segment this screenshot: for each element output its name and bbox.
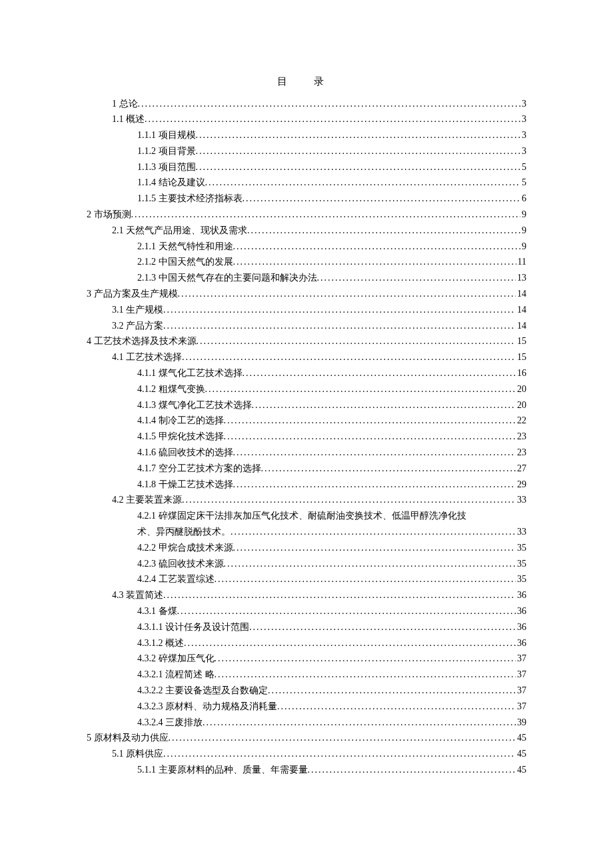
toc-entry-text: 4.3.1.1 设计任务及设计范围 (137, 619, 249, 635)
toc-entry-page: 9 (520, 207, 526, 223)
toc-entry-text: 3.2 产品方案 (112, 318, 163, 334)
toc-entry: 1.1.3 项目范围5 (87, 159, 526, 175)
toc-entry: 4.1.6 硫回收技术的选择23 (87, 445, 526, 461)
toc-entry-text: 4.3 装置简述 (112, 587, 163, 603)
toc-leader-dots (163, 587, 516, 603)
toc-entry: 4.3.2.1 流程简述 略37 (87, 667, 526, 683)
toc-entry-page: 39 (516, 715, 526, 731)
table-of-contents: 1 总论31.1 概述31.1.1 项目规模31.1.2 项目背景31.1.3 … (87, 96, 526, 778)
toc-entry: 4.1.3 煤气净化工艺技术选择20 (87, 397, 526, 413)
toc-leader-dots (215, 571, 516, 587)
toc-entry: 1.1.4 结论及建议5 (87, 175, 526, 191)
toc-entry-page: 23 (516, 429, 526, 445)
toc-entry-page: 13 (516, 270, 526, 286)
toc-entry-text: 术、异丙醚脱酚技术。 (137, 524, 231, 540)
toc-entry-page: 33 (516, 492, 526, 508)
toc-entry-text: 4.1.8 干燥工艺技术选择 (137, 477, 233, 493)
toc-entry-text: 4.1.6 硫回收技术的选择 (137, 445, 233, 461)
toc-leader-dots (131, 207, 521, 223)
toc-leader-dots (233, 477, 516, 493)
toc-entry-text: 1.1.1 项目规模 (137, 127, 196, 143)
toc-entry-page: 16 (516, 365, 526, 381)
toc-leader-dots (169, 730, 516, 746)
toc-entry-page: 5 (520, 159, 526, 175)
toc-entry-page: 20 (516, 397, 526, 413)
toc-entry-text: 1.1.5 主要技术经济指标表 (137, 191, 243, 207)
toc-entry: 2.1.2 中国天然气的发展11 (87, 254, 526, 270)
toc-entry-page: 37 (516, 667, 526, 683)
toc-entry-text: 5.1 原料供应 (112, 746, 163, 762)
toc-entry: 1.1.2 项目背景3 (87, 143, 526, 159)
toc-entry-text: 4.1.7 空分工艺技术方案的选择 (137, 461, 261, 477)
toc-entry-page: 9 (520, 223, 526, 239)
toc-entry-page: 36 (516, 635, 526, 651)
toc-entry: 4.2.2 甲烷合成技术来源35 (87, 540, 526, 556)
toc-leader-dots (317, 270, 516, 286)
toc-entry-text: 2.1.1 天然气特性和用途 (137, 239, 233, 255)
toc-entry: 1.1.1 项目规模3 (87, 127, 526, 143)
toc-leader-dots (268, 683, 516, 699)
toc-entry-text: 4.1.5 甲烷化技术选择 (137, 429, 224, 445)
toc-entry-text: 4.1.2 粗煤气变换 (137, 381, 205, 397)
toc-entry-page: 15 (516, 349, 526, 365)
toc-entry-text: 1.1.4 结论及建议 (137, 175, 205, 191)
toc-entry-text: 1.1.3 项目范围 (137, 159, 196, 175)
toc-entry-page: 9 (520, 239, 526, 255)
toc-leader-dots (178, 286, 516, 302)
toc-entry-page: 11 (516, 254, 526, 270)
toc-leader-dots (205, 175, 521, 191)
toc-leader-dots (197, 333, 516, 349)
toc-leader-dots (249, 619, 516, 635)
toc-entry-page: 35 (516, 571, 526, 587)
toc-leader-dots (182, 349, 516, 365)
toc-entry: 4.1.4 制冷工艺的选择22 (87, 413, 526, 429)
toc-entry-text: 4.3.2.1 流程简述 略 (137, 667, 215, 683)
toc-entry-text: 1.1 概述 (112, 111, 145, 127)
toc-entry: 4.1.8 干燥工艺技术选择29 (87, 477, 526, 493)
toc-leader-dots (233, 445, 516, 461)
toc-leader-dots (215, 667, 516, 683)
toc-entry-text: 4.3.1.2 概述 (137, 635, 184, 651)
toc-entry: 4.3.2.2 主要设备选型及台数确定37 (87, 683, 526, 699)
toc-leader-dots (233, 540, 516, 556)
toc-entry: 4.1.5 甲烷化技术选择23 (87, 429, 526, 445)
toc-entry: 2.1.1 天然气特性和用途9 (87, 239, 526, 255)
toc-entry: 4.2.3 硫回收技术来源35 (87, 556, 526, 572)
toc-leader-dots (224, 556, 516, 572)
toc-entry-page: 27 (516, 461, 526, 477)
toc-leader-dots (145, 111, 520, 127)
toc-entry: 4.3.2 碎煤加压气化37 (87, 651, 526, 667)
toc-entry: 4.3.2.4 三废排放39 (87, 715, 526, 731)
toc-leader-dots (196, 127, 521, 143)
toc-entry-page: 37 (516, 651, 526, 667)
toc-leader-dots (205, 381, 516, 397)
toc-leader-dots (224, 429, 516, 445)
toc-entry-text: 4 工艺技术选择及技术来源 (87, 333, 197, 349)
toc-leader-dots (163, 302, 516, 318)
toc-entry: 4.2.1 碎煤固定床干法排灰加压气化技术、耐硫耐油变换技术、低温甲醇洗净化技术… (87, 508, 526, 540)
toc-entry-text: 4.1.1 煤气化工艺技术选择 (137, 365, 243, 381)
toc-leader-dots (184, 635, 516, 651)
toc-entry: 3.1 生产规模14 (87, 302, 526, 318)
toc-entry-page: 3 (520, 127, 526, 143)
toc-entry: 2.1.3 中国天然气存在的主要问题和解决办法13 (87, 270, 526, 286)
toc-entry: 4.2.4 工艺装置综述35 (87, 571, 526, 587)
toc-entry-text: 4.1 工艺技术选择 (112, 349, 182, 365)
toc-entry: 4.1.2 粗煤气变换20 (87, 381, 526, 397)
toc-leader-dots (277, 699, 516, 715)
toc-leader-dots (196, 159, 521, 175)
toc-entry: 4.3 装置简述36 (87, 587, 526, 603)
toc-entry-page: 36 (516, 603, 526, 619)
toc-entry-text: 3 产品方案及生产规模 (87, 286, 178, 302)
toc-entry-text: 5 原材料及动力供应 (87, 730, 169, 746)
toc-entry: 4.3.1 备煤36 (87, 603, 526, 619)
toc-entry: 4.1.1 煤气化工艺技术选择16 (87, 365, 526, 381)
toc-entry-page: 3 (520, 96, 526, 112)
toc-entry: 2 市场预测9 (87, 207, 526, 223)
toc-entry-page: 45 (516, 746, 526, 762)
toc-leader-dots (247, 223, 520, 239)
toc-entry: 4.3.2.3 原材料、动力规格及消耗量37 (87, 699, 526, 715)
toc-leader-dots (233, 254, 516, 270)
toc-leader-dots (182, 492, 516, 508)
toc-entry-page: 23 (516, 445, 526, 461)
